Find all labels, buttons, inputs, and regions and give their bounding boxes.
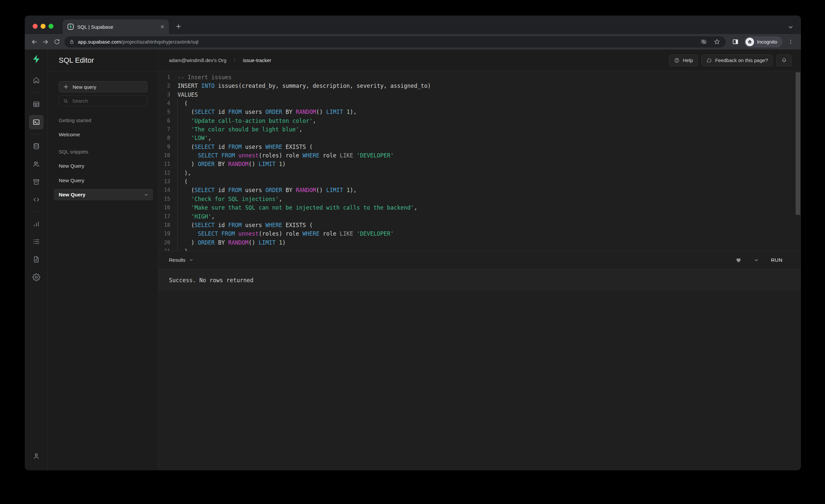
results-dropdown[interactable]: Results (169, 257, 194, 263)
run-options-chevron-icon[interactable] (754, 258, 759, 263)
tab-search-chevron-icon[interactable] (788, 24, 794, 30)
run-button[interactable]: RUN (771, 257, 782, 263)
lock-icon[interactable] (69, 37, 75, 47)
code-line[interactable]: 11 ) ORDER BY RANDOM() LIMIT 1) (158, 160, 801, 168)
browser-menu-icon[interactable] (786, 36, 796, 48)
close-window-button[interactable] (33, 24, 38, 29)
eye-off-icon[interactable] (699, 37, 708, 47)
new-tab-button[interactable] (174, 22, 183, 31)
sidebar-item-snippet[interactable]: New Query (59, 177, 148, 184)
code-line[interactable]: 19 SELECT FROM unnest(roles) role WHERE … (158, 229, 801, 238)
rail-divider (31, 134, 42, 134)
nav-logs-icon[interactable] (29, 234, 44, 249)
browser-window: SQL | Supabase (25, 15, 801, 470)
url-bar[interactable]: app.supabase.com/project/azahtnhqohyjerz… (64, 36, 726, 48)
nav-auth-users-icon[interactable] (29, 157, 44, 171)
search-icon (63, 98, 68, 103)
feedback-button[interactable]: Feedback on this page? (701, 55, 773, 66)
new-query-button-label: New query (73, 84, 96, 90)
breadcrumb: adam@windmill.dev's Org / issue-tracker … (158, 50, 801, 71)
code-line[interactable]: 5 (SELECT id FROM users ORDER BY RANDOM(… (158, 107, 801, 116)
line-number: 14 (158, 186, 177, 195)
code-line[interactable]: 20 ) ORDER BY RANDOM() LIMIT 1) (158, 238, 801, 247)
chevron-down-icon (189, 258, 194, 263)
incognito-label: Incognito (757, 39, 777, 45)
code-line[interactable]: 15 'Check for SQL injections', (158, 195, 801, 203)
url-text[interactable]: app.supabase.com/project/azahtnhqohyjerz… (78, 39, 695, 45)
search-field[interactable] (59, 95, 148, 106)
reload-button[interactable] (51, 36, 62, 48)
code-line[interactable]: 18 (SELECT id FROM users WHERE EXISTS ( (158, 221, 801, 229)
breadcrumb-separator: / (234, 57, 235, 63)
search-input[interactable] (72, 98, 143, 104)
supabase-app: SQL Editor New query Getting s (25, 50, 801, 470)
question-circle-icon (674, 57, 680, 63)
code-line[interactable]: 12 ), (158, 169, 801, 177)
account-user-icon[interactable] (29, 449, 44, 463)
browser-toolbar: app.supabase.com/project/azahtnhqohyjerz… (25, 34, 801, 50)
back-button[interactable] (29, 36, 40, 48)
help-button-label: Help (683, 57, 693, 63)
line-number: 15 (158, 195, 177, 203)
favorite-heart-icon[interactable] (735, 257, 742, 264)
help-button[interactable]: Help (669, 55, 698, 66)
breadcrumb-project[interactable]: issue-tracker (243, 57, 271, 63)
nav-settings-gear-icon[interactable] (29, 270, 44, 285)
nav-edge-functions-icon[interactable] (29, 193, 44, 207)
code-line[interactable]: 7 'The color should be light blue', (158, 125, 801, 134)
nav-sql-editor-icon[interactable] (29, 115, 44, 129)
code-line[interactable]: 14 (SELECT id FROM users ORDER BY RANDOM… (158, 186, 801, 195)
nav-reports-icon[interactable] (29, 217, 44, 231)
sidebar-item-welcome[interactable]: Welcome (59, 132, 148, 138)
line-number: 13 (158, 177, 177, 186)
maximize-window-button[interactable] (49, 24, 54, 29)
editor-scrollbar-thumb[interactable] (796, 72, 800, 215)
browser-tabstrip: SQL | Supabase (25, 15, 801, 34)
notifications-button[interactable] (776, 55, 792, 66)
line-number: 5 (158, 107, 177, 116)
code-line[interactable]: 3VALUES (158, 90, 801, 99)
line-number: 12 (158, 169, 177, 177)
nav-table-editor-icon[interactable] (29, 97, 44, 112)
chevron-down-icon[interactable] (144, 192, 149, 197)
code-line[interactable]: 17 'HIGH', (158, 212, 801, 221)
tab-close-icon[interactable] (160, 24, 165, 29)
code-line[interactable]: 6 'Update call-to-action button color', (158, 117, 801, 125)
code-line[interactable]: 16 'Make sure that SQL can not be inject… (158, 203, 801, 212)
code-line[interactable]: 10 SELECT FROM unnest(roles) role WHERE … (158, 151, 801, 160)
side-panel-icon[interactable] (729, 36, 742, 48)
browser-tab[interactable]: SQL | Supabase (63, 19, 169, 34)
sql-code-editor[interactable]: 1-- Insert issues2INSERT INTO issues(cre… (158, 71, 801, 251)
line-number: 1 (158, 73, 177, 81)
supabase-logo[interactable] (31, 54, 41, 64)
nav-api-docs-icon[interactable] (29, 252, 44, 267)
query-result-message: Success. No rows returned (158, 269, 801, 291)
bookmark-star-icon[interactable] (712, 37, 722, 47)
section-sql-snippets: SQL snippets (59, 149, 148, 154)
incognito-badge[interactable]: Incognito (744, 36, 782, 48)
line-number: 10 (158, 151, 177, 160)
bell-icon (781, 57, 788, 64)
code-line[interactable]: 2INSERT INTO issues(created_by, summary,… (158, 81, 801, 90)
code-line[interactable]: 8 'LOW', (158, 134, 801, 142)
nav-home-icon[interactable] (29, 73, 44, 87)
code-line[interactable]: 1-- Insert issues (158, 73, 801, 81)
sidebar-item-snippet[interactable]: New Query (59, 163, 148, 169)
new-query-button[interactable]: New query (59, 81, 148, 92)
code-line[interactable]: 21 ), (158, 247, 801, 251)
window-controls (33, 24, 54, 29)
line-number: 9 (158, 143, 177, 151)
code-line[interactable]: 4 ( (158, 99, 801, 107)
nav-storage-icon[interactable] (29, 174, 44, 189)
code-line[interactable]: 13 ( (158, 177, 801, 186)
forward-button[interactable] (40, 36, 51, 48)
results-toolbar: Results RUN (158, 251, 801, 269)
sidebar-item-snippet-active[interactable]: New Query (54, 189, 153, 200)
line-number: 16 (158, 203, 177, 212)
line-number: 8 (158, 134, 177, 142)
nav-database-icon[interactable] (29, 139, 44, 153)
minimize-window-button[interactable] (41, 24, 46, 29)
breadcrumb-org[interactable]: adam@windmill.dev's Org (169, 57, 226, 63)
code-line[interactable]: 9 (SELECT id FROM users WHERE EXISTS ( (158, 143, 801, 151)
line-number: 18 (158, 221, 177, 229)
